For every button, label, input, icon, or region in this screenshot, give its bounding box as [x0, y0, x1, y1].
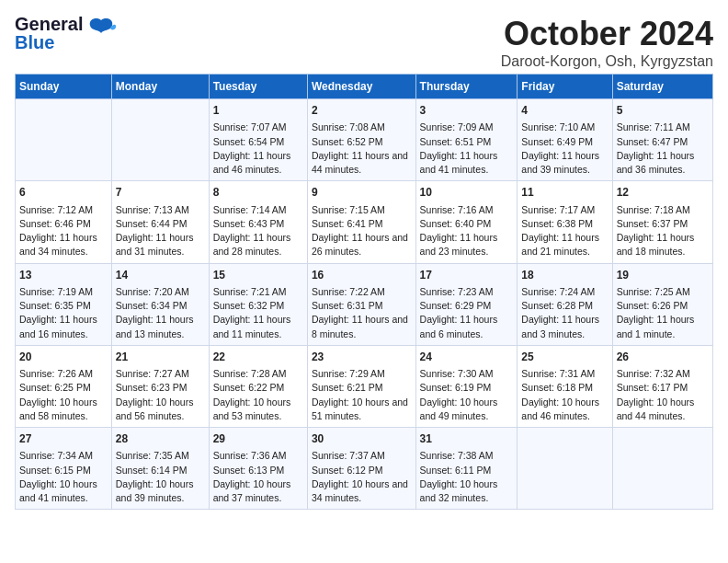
calendar-cell	[111, 99, 209, 181]
calendar-cell: 27Sunrise: 7:34 AMSunset: 6:15 PMDayligh…	[16, 428, 112, 510]
day-number: 26	[617, 350, 709, 365]
calendar-cell: 18Sunrise: 7:24 AMSunset: 6:28 PMDayligh…	[518, 263, 612, 345]
calendar-cell: 21Sunrise: 7:27 AMSunset: 6:23 PMDayligh…	[111, 345, 209, 427]
day-info: Daylight: 11 hours and 36 minutes.	[617, 149, 709, 177]
week-row-2: 6Sunrise: 7:12 AMSunset: 6:46 PMDaylight…	[16, 181, 713, 263]
calendar-cell: 5Sunrise: 7:11 AMSunset: 6:47 PMDaylight…	[612, 99, 712, 181]
week-row-4: 20Sunrise: 7:26 AMSunset: 6:25 PMDayligh…	[16, 345, 713, 427]
day-info: Sunrise: 7:30 AM	[420, 367, 514, 381]
day-info: Sunrise: 7:13 AM	[116, 203, 205, 217]
day-info: Daylight: 11 hours and 21 minutes.	[521, 231, 608, 259]
day-number: 1	[213, 103, 303, 119]
day-info: Sunrise: 7:12 AM	[19, 203, 108, 217]
day-info: Daylight: 11 hours and 1 minute.	[617, 313, 709, 340]
week-row-3: 13Sunrise: 7:19 AMSunset: 6:35 PMDayligh…	[16, 263, 713, 345]
day-info: Daylight: 11 hours and 39 minutes.	[521, 149, 608, 177]
location-text: Daroot-Korgon, Osh, Kyrgyzstan	[501, 53, 713, 70]
logo: General Blue	[15, 15, 118, 52]
day-number: 16	[312, 268, 412, 283]
day-info: Sunrise: 7:28 AM	[213, 367, 303, 381]
calendar-cell: 13Sunrise: 7:19 AMSunset: 6:35 PMDayligh…	[16, 263, 112, 345]
day-number: 25	[521, 350, 608, 365]
day-info: Daylight: 11 hours and 13 minutes.	[116, 313, 205, 340]
logo-name: General Blue	[15, 15, 83, 52]
header-cell-thursday: Thursday	[415, 75, 518, 99]
day-info: Sunrise: 7:18 AM	[617, 203, 709, 217]
day-info: Daylight: 11 hours and 44 minutes.	[312, 149, 412, 177]
day-number: 18	[521, 268, 608, 283]
day-info: Daylight: 11 hours and 3 minutes.	[521, 313, 608, 340]
day-info: Daylight: 11 hours and 31 minutes.	[116, 231, 205, 259]
day-info: Sunrise: 7:20 AM	[116, 285, 205, 299]
day-info: Sunrise: 7:10 AM	[521, 121, 608, 134]
day-info: Sunrise: 7:29 AM	[312, 367, 412, 381]
day-info: Sunrise: 7:35 AM	[116, 449, 205, 463]
day-info: Sunset: 6:21 PM	[312, 381, 412, 395]
day-number: 21	[116, 350, 205, 365]
day-info: Sunrise: 7:08 AM	[312, 121, 412, 134]
day-info: Sunset: 6:44 PM	[116, 217, 205, 231]
day-info: Sunrise: 7:11 AM	[617, 121, 709, 134]
calendar-cell: 30Sunrise: 7:37 AMSunset: 6:12 PMDayligh…	[307, 428, 415, 510]
day-number: 28	[116, 431, 205, 447]
day-info: Sunrise: 7:09 AM	[420, 121, 514, 134]
calendar-cell: 26Sunrise: 7:32 AMSunset: 6:17 PMDayligh…	[612, 345, 712, 427]
day-number: 4	[521, 103, 608, 119]
day-number: 15	[213, 268, 303, 283]
day-info: Sunset: 6:22 PM	[213, 381, 303, 395]
day-info: Daylight: 10 hours and 49 minutes.	[420, 396, 514, 423]
day-info: Sunset: 6:49 PM	[521, 135, 608, 149]
calendar-cell: 29Sunrise: 7:36 AMSunset: 6:13 PMDayligh…	[209, 428, 307, 510]
day-info: Daylight: 10 hours and 58 minutes.	[19, 396, 108, 423]
calendar-cell: 28Sunrise: 7:35 AMSunset: 6:14 PMDayligh…	[111, 428, 209, 510]
day-info: Sunrise: 7:24 AM	[521, 285, 608, 299]
calendar-cell: 2Sunrise: 7:08 AMSunset: 6:52 PMDaylight…	[307, 99, 415, 181]
calendar-cell	[16, 99, 112, 181]
calendar-cell: 15Sunrise: 7:21 AMSunset: 6:32 PMDayligh…	[209, 263, 307, 345]
day-info: Daylight: 11 hours and 6 minutes.	[420, 313, 514, 340]
calendar-cell: 23Sunrise: 7:29 AMSunset: 6:21 PMDayligh…	[307, 345, 415, 427]
page-header: General Blue October 2024 Daroot-Korgon,…	[15, 15, 713, 70]
header-cell-monday: Monday	[111, 75, 209, 99]
day-number: 14	[116, 268, 205, 283]
calendar-cell: 19Sunrise: 7:25 AMSunset: 6:26 PMDayligh…	[612, 263, 712, 345]
day-number: 20	[19, 350, 108, 365]
day-number: 6	[19, 185, 108, 201]
calendar-body: 1Sunrise: 7:07 AMSunset: 6:54 PMDaylight…	[16, 99, 713, 510]
day-number: 30	[312, 431, 412, 447]
day-info: Sunrise: 7:32 AM	[617, 367, 709, 381]
day-info: Sunset: 6:52 PM	[312, 135, 412, 149]
calendar-cell: 8Sunrise: 7:14 AMSunset: 6:43 PMDaylight…	[209, 181, 307, 263]
calendar-cell: 4Sunrise: 7:10 AMSunset: 6:49 PMDaylight…	[518, 99, 612, 181]
day-info: Sunset: 6:29 PM	[420, 299, 514, 313]
day-info: Sunrise: 7:22 AM	[312, 285, 412, 299]
month-title: October 2024	[501, 15, 713, 53]
day-number: 8	[213, 185, 303, 201]
calendar-cell: 16Sunrise: 7:22 AMSunset: 6:31 PMDayligh…	[307, 263, 415, 345]
calendar-cell: 7Sunrise: 7:13 AMSunset: 6:44 PMDaylight…	[111, 181, 209, 263]
week-row-1: 1Sunrise: 7:07 AMSunset: 6:54 PMDaylight…	[16, 99, 713, 181]
day-number: 3	[420, 103, 514, 119]
day-number: 9	[312, 185, 412, 201]
day-info: Sunset: 6:28 PM	[521, 299, 608, 313]
day-number: 23	[312, 350, 412, 365]
day-info: Daylight: 11 hours and 18 minutes.	[617, 231, 709, 259]
header-cell-wednesday: Wednesday	[307, 75, 415, 99]
day-info: Sunset: 6:25 PM	[19, 381, 108, 395]
day-info: Sunrise: 7:14 AM	[213, 203, 303, 217]
calendar-cell: 31Sunrise: 7:38 AMSunset: 6:11 PMDayligh…	[415, 428, 518, 510]
day-info: Daylight: 11 hours and 26 minutes.	[312, 231, 412, 259]
day-info: Sunset: 6:38 PM	[521, 217, 608, 231]
day-info: Daylight: 10 hours and 32 minutes.	[420, 477, 514, 505]
calendar-cell: 22Sunrise: 7:28 AMSunset: 6:22 PMDayligh…	[209, 345, 307, 427]
day-info: Daylight: 10 hours and 39 minutes.	[116, 477, 205, 505]
calendar-cell: 1Sunrise: 7:07 AMSunset: 6:54 PMDaylight…	[209, 99, 307, 181]
calendar-cell	[518, 428, 612, 510]
calendar-cell: 24Sunrise: 7:30 AMSunset: 6:19 PMDayligh…	[415, 345, 518, 427]
day-info: Sunset: 6:37 PM	[617, 217, 709, 231]
day-info: Daylight: 11 hours and 8 minutes.	[312, 313, 412, 340]
header-row: SundayMondayTuesdayWednesdayThursdayFrid…	[16, 75, 713, 99]
day-info: Sunrise: 7:25 AM	[617, 285, 709, 299]
day-number: 5	[617, 103, 709, 119]
day-info: Daylight: 11 hours and 23 minutes.	[420, 231, 514, 259]
